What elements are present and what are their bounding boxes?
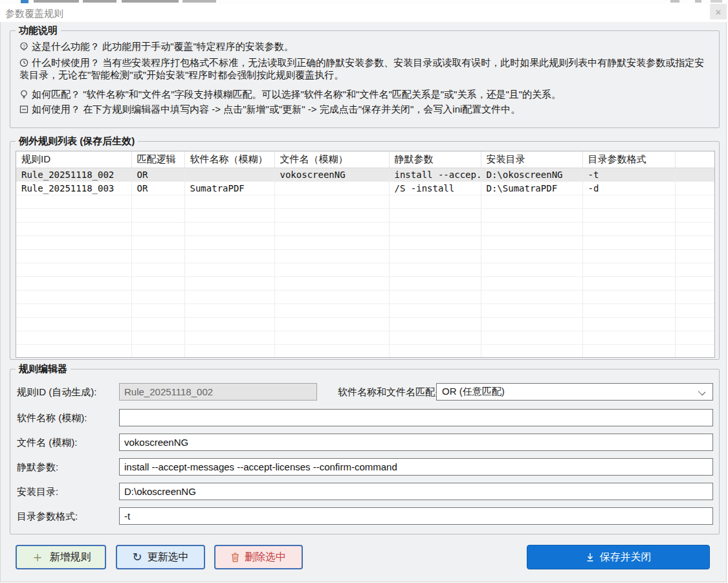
cell <box>675 318 714 331</box>
cell <box>274 291 389 304</box>
cell <box>131 304 184 318</box>
table-row[interactable] <box>16 263 714 277</box>
column-header[interactable]: 规则ID <box>16 151 131 168</box>
column-header[interactable]: 静默参数 <box>389 151 481 168</box>
cell <box>184 195 274 209</box>
cell <box>481 263 582 277</box>
column-header[interactable]: 目录参数格式 <box>582 151 675 168</box>
column-header[interactable]: 文件名（模糊） <box>274 151 389 168</box>
cell <box>675 250 714 263</box>
question-bulb-icon: ? <box>19 42 28 51</box>
cell <box>16 263 131 277</box>
cell <box>16 291 131 304</box>
table-row[interactable] <box>16 345 714 358</box>
column-header[interactable]: 安装目录 <box>481 151 582 168</box>
update-selected-label: 更新选中 <box>148 551 189 564</box>
trash-icon <box>231 553 239 562</box>
cell <box>184 345 274 358</box>
cell <box>481 291 582 304</box>
add-rule-button[interactable]: ＋ 新增规则 <box>16 545 106 569</box>
cell <box>274 277 389 291</box>
column-header <box>675 151 714 168</box>
rule-id-field <box>119 383 317 401</box>
note-icon <box>19 105 28 114</box>
cell <box>481 331 582 345</box>
cell <box>582 277 675 291</box>
software-name-field[interactable] <box>119 409 713 426</box>
silent-params-field[interactable] <box>119 458 713 476</box>
cell <box>481 223 582 236</box>
cell <box>184 263 274 277</box>
table-row[interactable] <box>16 318 714 331</box>
cell <box>184 318 274 331</box>
software-name-label: 软件名称 (模糊): <box>17 412 87 424</box>
delete-selected-button[interactable]: 删除选中 <box>214 545 303 569</box>
add-rule-label: 新增规则 <box>50 551 91 564</box>
cell <box>481 236 582 250</box>
cell <box>184 277 274 291</box>
table-row[interactable] <box>16 236 714 250</box>
cell <box>16 195 131 209</box>
table-row[interactable] <box>16 250 714 263</box>
table-row[interactable] <box>16 331 714 345</box>
update-selected-button[interactable]: ↻ 更新选中 <box>116 545 205 569</box>
cell: D:\SumatraPDF <box>481 182 582 195</box>
match-relation-select[interactable]: OR (任意匹配) <box>436 383 713 401</box>
cell <box>389 236 481 250</box>
file-name-field[interactable] <box>119 434 713 451</box>
cell <box>582 250 675 263</box>
cell <box>16 209 131 223</box>
desc-line-how-use: 如何使用？ 在下方规则编辑器中填写内容 -> 点击"新增"或"更新" -> 完成… <box>19 103 710 115</box>
cell: SumatraPDF <box>184 182 274 195</box>
cell: install --accep... <box>389 168 481 182</box>
cell <box>582 236 675 250</box>
cell <box>675 209 714 223</box>
cell <box>16 345 131 358</box>
cell <box>389 250 481 263</box>
cell <box>389 345 481 358</box>
function-description-title: 功能说明 <box>16 25 61 37</box>
refresh-icon: ↻ <box>132 551 142 563</box>
cell: OR <box>131 182 184 195</box>
cell <box>184 304 274 318</box>
cell <box>131 209 184 223</box>
cell <box>274 263 389 277</box>
table-row[interactable] <box>16 209 714 223</box>
table-row[interactable] <box>16 291 714 304</box>
cell: D:\okoscreenNG <box>481 168 582 182</box>
cell <box>389 291 481 304</box>
cell: -d <box>582 182 675 195</box>
cell <box>16 331 131 345</box>
table-row[interactable] <box>16 304 714 318</box>
table-row[interactable] <box>16 223 714 236</box>
cell: Rule_20251118_002 <box>16 168 131 182</box>
save-and-close-button[interactable]: 保存并关闭 <box>527 545 710 569</box>
cell <box>389 209 481 223</box>
cell: vokoscreenNG <box>274 168 389 182</box>
table-row[interactable]: Rule_20251118_003ORSumatraPDF/S -install… <box>16 182 714 195</box>
desc-line-what: ? 这是什么功能？ 此功能用于手动"覆盖"特定程序的安装参数。 <box>19 40 710 52</box>
chevron-down-icon <box>698 388 705 395</box>
install-dir-label: 安装目录: <box>17 486 58 498</box>
cell <box>274 182 389 195</box>
install-dir-field[interactable] <box>119 483 713 500</box>
cell <box>582 195 675 209</box>
cell <box>675 168 714 182</box>
rule-table-container: 规则ID匹配逻辑软件名称（模糊）文件名（模糊）静默参数安装目录目录参数格式Rul… <box>16 151 715 358</box>
column-header[interactable]: 匹配逻辑 <box>131 151 184 168</box>
column-header[interactable]: 软件名称（模糊） <box>184 151 274 168</box>
cell <box>389 263 481 277</box>
cell <box>184 250 274 263</box>
cell <box>582 318 675 331</box>
cell <box>16 277 131 291</box>
cell <box>389 277 481 291</box>
cell <box>481 209 582 223</box>
close-icon[interactable]: × <box>710 4 727 19</box>
dir-param-format-field[interactable] <box>119 507 713 525</box>
table-row[interactable]: Rule_20251118_002ORvokoscreenNGinstall -… <box>16 168 714 182</box>
table-row[interactable] <box>16 277 714 291</box>
cell: /S -install <box>389 182 481 195</box>
table-row[interactable] <box>16 195 714 209</box>
cell <box>274 331 389 345</box>
cell <box>184 236 274 250</box>
